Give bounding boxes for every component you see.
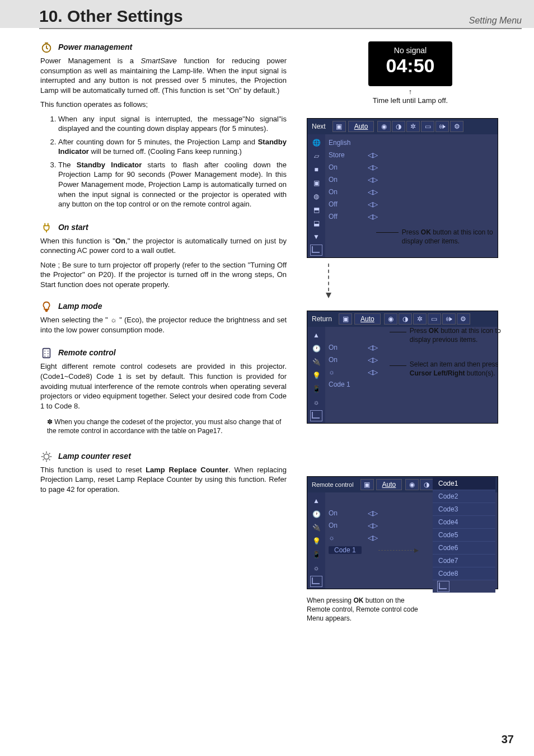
lampmode-icon: 💡 <box>309 535 324 547</box>
osd1-row-english: English <box>329 137 494 149</box>
osd1-row-logo: On◁▷ <box>329 186 494 198</box>
image-icon: ◉ <box>384 313 397 325</box>
osd1-row-rear: Off◁▷ <box>329 210 494 223</box>
keypad-icon <box>40 347 53 359</box>
powermgmt-icon: 🕐 <box>309 342 324 355</box>
osd1-tab-label: Next <box>312 123 326 130</box>
contrast-icon: ◑ <box>399 313 412 325</box>
osd3-icon-col: ▲ 🕐 🔌 💡 📱 ☼ <box>307 492 325 589</box>
power-management-heading: Power management <box>40 41 287 54</box>
pm-step1: When any input signal is interrupted, th… <box>58 114 287 134</box>
svg-point-5 <box>48 353 49 354</box>
code-option-3: Code3 <box>433 503 495 516</box>
lampreset-icon: ☼ <box>309 562 324 574</box>
svg-point-4 <box>44 353 45 354</box>
setting-menu-label: Setting Menu <box>469 16 522 26</box>
contrast-icon: ◑ <box>420 479 433 490</box>
code-return-icon <box>433 580 495 593</box>
chevron-up-icon: ▲ <box>309 329 324 341</box>
screen-icon: ▭ <box>428 313 441 325</box>
osd3-caption: When pressing OK button on the Remote co… <box>307 596 419 623</box>
onstart-icon: 🔌 <box>309 522 324 534</box>
title-bar: 10. Other Settings Setting Menu <box>0 0 534 28</box>
code-option-2: Code2 <box>433 490 495 503</box>
osd2-icon-col: ▲ 🕐 🔌 💡 📱 ☼ <box>307 327 325 423</box>
code-option-8: Code8 <box>433 567 495 580</box>
sound-icon: 🕪 <box>435 121 449 132</box>
osd1-auto: Auto <box>348 121 374 132</box>
osd3-auto: Auto <box>376 479 402 490</box>
pm-step3: The Standby Indicator starts to flash af… <box>58 160 287 209</box>
on-start-heading: On start <box>40 222 287 234</box>
pm-step2: After counting down for 5 minutes, the P… <box>58 137 287 157</box>
settings-icon: ⚙ <box>450 121 463 132</box>
lamp-mode-title: Lamp mode <box>58 302 102 311</box>
return-icon <box>309 244 324 256</box>
remote-icon: 📱 <box>309 548 324 561</box>
reset-heading: Lamp counter reset <box>40 450 287 463</box>
osd1-tabs: Next ▣ Auto ◉ ◑ ✲ ▭ 🕪 ⚙ <box>307 119 498 134</box>
timer-caption-text: Time left until Lamp off. <box>373 96 448 105</box>
onstart-icon: 🔌 <box>309 356 324 368</box>
pm-para1: Power Management is a SmartSave function… <box>40 56 287 95</box>
input-icon: ▣ <box>360 479 374 490</box>
osd2-tab-label: Return <box>312 315 332 323</box>
code-submenu: Code1 Code2 Code3 Code4 Code5 Code6 Code… <box>433 477 495 593</box>
sound-icon: 🕪 <box>442 313 456 325</box>
return-icon <box>309 575 324 588</box>
onstart-para1: When this function is "On," the projecto… <box>40 236 287 256</box>
image-icon: ◉ <box>405 479 419 490</box>
svg-point-2 <box>44 351 45 352</box>
right-arrow-icon <box>378 550 418 551</box>
no-signal-label: No signal <box>368 41 452 55</box>
on-start-title: On start <box>58 222 88 231</box>
osd1-row-blue: On◁▷ <box>329 161 494 173</box>
code-option-4: Code4 <box>433 516 495 529</box>
osd1-row-ceiling: Off◁▷ <box>329 198 494 210</box>
pm-para2: This function operates as follows; <box>40 100 287 110</box>
display-icon: ▣ <box>309 177 324 189</box>
osd2-tabs: Return ▣ Auto ◉ ◑ ✲ ▭ 🕪 ⚙ <box>307 311 498 327</box>
plug-icon <box>40 222 53 234</box>
bluescreen-icon: ■ <box>309 163 324 176</box>
return-icon <box>309 410 324 422</box>
dashed-arrow-icon <box>328 264 514 297</box>
input-icon: ▣ <box>339 313 352 325</box>
clock-icon <box>40 41 53 54</box>
osd2-annotation-prev: Press OK button at this icon to display … <box>390 326 502 344</box>
lampmode-icon: 💡 <box>309 369 324 382</box>
color-icon: ✲ <box>413 313 427 325</box>
screen-icon: ▭ <box>421 121 434 132</box>
brightness-reset-icon <box>40 450 53 463</box>
rear-icon: ⬓ <box>309 217 324 229</box>
svg-line-16 <box>49 453 50 454</box>
ceiling-icon: ⬒ <box>309 204 324 216</box>
input-icon: ▣ <box>332 121 346 132</box>
left-column: Power management Power Management is a S… <box>40 41 287 623</box>
osd1-row-store: Store◁▷ <box>329 149 494 161</box>
osd2-annotation-cursor: Select an item and then press Cursor Lef… <box>390 360 502 378</box>
chevron-up-icon: ▲ <box>309 495 324 507</box>
svg-point-8 <box>44 454 49 459</box>
powermgmt-icon: 🕐 <box>309 508 324 520</box>
code-option-7: Code7 <box>433 555 495 567</box>
svg-rect-1 <box>43 349 50 358</box>
timer-display: No signal 04:50 <box>368 41 452 86</box>
osd1-row-display: On◁▷ <box>329 173 494 186</box>
remote-note: ✽ When you change the codeset of the pro… <box>47 417 287 435</box>
svg-line-15 <box>43 459 44 460</box>
svg-point-3 <box>48 351 49 352</box>
reset-title: Lamp counter reset <box>58 451 131 460</box>
timer-caption: ↑ Time left until Lamp off. <box>307 96 514 105</box>
settings-icon: ⚙ <box>457 313 470 325</box>
contrast-icon: ◑ <box>392 121 405 132</box>
remote-para1: Eight different remote control codesets … <box>40 361 287 411</box>
chevron-down-icon: ▼ <box>309 231 324 243</box>
page-number: 37 <box>502 733 514 746</box>
keystone-icon: ▱ <box>309 150 324 162</box>
remote-icon: 📱 <box>309 383 324 395</box>
osd1-icon-col: 🌐 ▱ ■ ▣ ◍ ⬒ ⬓ ▼ <box>307 134 325 257</box>
image-icon: ◉ <box>377 121 391 132</box>
svg-line-14 <box>49 459 50 460</box>
svg-point-7 <box>48 356 49 357</box>
